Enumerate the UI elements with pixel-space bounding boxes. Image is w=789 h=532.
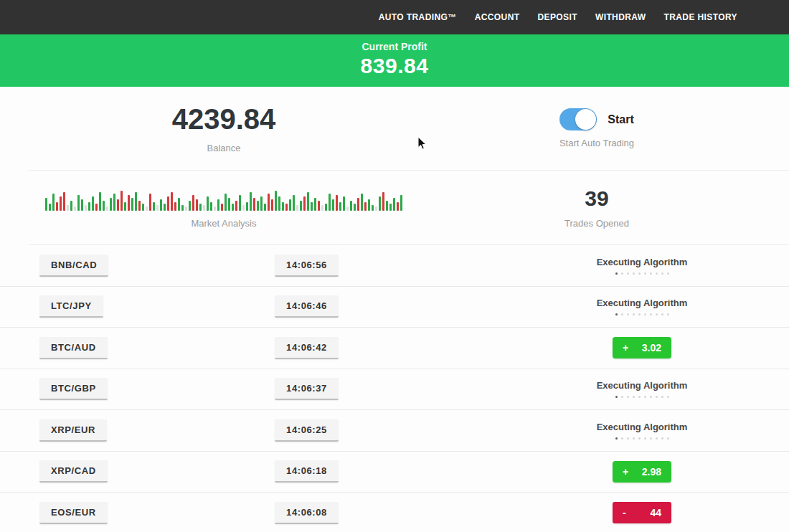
pair-badge: BNB/CAD <box>39 255 108 277</box>
market-bar <box>196 199 198 211</box>
pair-cell: EOS/EUR <box>0 502 244 524</box>
pair-cell: XRP/CAD <box>0 460 244 483</box>
market-bar <box>375 206 377 211</box>
market-bar <box>364 202 367 211</box>
market-analysis-label: Market Analysis <box>191 218 256 229</box>
executing-algorithm-label: Executing Algorithm <box>597 422 688 432</box>
progress-dots-icon <box>615 272 669 275</box>
market-bar <box>52 194 55 211</box>
summary-section: 4239.84 Balance Start Start Auto Trading… <box>0 87 789 245</box>
market-bar <box>382 192 384 211</box>
market-bar <box>103 201 105 211</box>
progress-dots-icon <box>615 313 669 315</box>
market-bar <box>246 202 248 211</box>
market-bar <box>153 202 155 211</box>
market-bar <box>221 204 223 211</box>
pair-cell: LTC/JPY <box>0 295 244 318</box>
amount-value: 3.02 <box>642 342 661 353</box>
market-analysis-chart <box>45 186 402 211</box>
market-bar <box>357 198 359 211</box>
market-bar <box>397 202 399 211</box>
time-badge: 14:06:08 <box>275 502 339 524</box>
market-bar <box>343 196 345 211</box>
market-bar <box>95 204 98 211</box>
market-bar <box>56 202 58 211</box>
market-bar <box>60 196 62 211</box>
trades-opened-value: 39 <box>585 186 608 211</box>
nav-item-auto-trading[interactable]: AUTO TRADING™ <box>379 12 457 22</box>
market-bar <box>268 194 270 211</box>
market-bar <box>135 192 137 211</box>
market-bar <box>346 206 349 211</box>
table-row: BNB/CAD14:06:56Executing Algorithm <box>0 245 789 287</box>
market-bar <box>303 196 306 211</box>
market-bar <box>257 201 259 211</box>
market-bar <box>85 205 87 211</box>
status-cell: -44 <box>495 502 789 523</box>
time-cell: 14:06:46 <box>244 295 369 318</box>
table-row: XRP/CAD14:06:18+2.98 <box>0 452 789 493</box>
time-badge: 14:06:25 <box>275 419 339 442</box>
auto-trading-toggle[interactable] <box>559 108 597 130</box>
market-bar <box>167 196 169 211</box>
market-bar <box>99 192 101 211</box>
market-bar <box>225 194 227 211</box>
market-bar <box>214 206 216 211</box>
market-bar <box>92 196 94 211</box>
pair-badge: XRP/CAD <box>39 460 108 483</box>
market-bar <box>235 201 237 211</box>
progress-dots-icon <box>615 396 669 398</box>
market-bar <box>178 198 180 211</box>
nav-item-deposit[interactable]: DEPOSIT <box>537 12 577 22</box>
executing-algorithm-label: Executing Algorithm <box>597 257 688 267</box>
market-bar <box>88 202 90 211</box>
market-bar <box>339 202 341 211</box>
market-bar <box>192 195 194 211</box>
market-bar <box>156 205 159 211</box>
market-bar <box>300 201 302 211</box>
pair-badge: EOS/EUR <box>39 502 108 524</box>
market-bar <box>314 198 316 211</box>
market-bar <box>242 205 245 211</box>
nav-item-account[interactable]: ACCOUNT <box>475 12 520 22</box>
time-cell: 14:06:42 <box>244 337 369 359</box>
nav-item-withdraw[interactable]: WITHDRAW <box>595 12 646 22</box>
market-bar <box>185 206 187 211</box>
market-bar <box>189 201 191 211</box>
amount-sign: + <box>623 342 628 353</box>
time-badge: 14:06:37 <box>275 378 339 400</box>
market-bar <box>296 205 298 211</box>
market-bar <box>164 204 166 211</box>
market-bar <box>217 199 219 211</box>
market-bar <box>325 204 327 211</box>
market-bar <box>253 198 255 211</box>
pair-badge: BTC/GBP <box>39 378 108 400</box>
pair-badge: BTC/AUD <box>39 337 108 359</box>
amount-value: 44 <box>650 507 661 518</box>
pair-badge: LTC/JPY <box>39 295 103 318</box>
time-cell: 14:06:08 <box>244 502 369 524</box>
market-bar <box>138 201 141 211</box>
market-bar <box>307 192 309 211</box>
status-cell: Executing Algorithm <box>495 257 789 275</box>
market-bar <box>63 192 65 211</box>
market-bar <box>332 199 334 211</box>
trades-list: BNB/CAD14:06:56Executing AlgorithmLTC/JP… <box>0 245 789 532</box>
market-bar <box>49 204 51 211</box>
profit-badge: +3.02 <box>613 337 671 358</box>
market-bar <box>77 195 80 211</box>
market-bar <box>282 202 284 211</box>
nav-item-trade-history[interactable]: TRADE HISTORY <box>663 12 737 22</box>
table-row: EOS/EUR14:06:08-44 <box>0 493 789 532</box>
market-bar <box>121 191 123 211</box>
balance-label: Balance <box>207 143 241 153</box>
market-bar <box>181 205 184 211</box>
market-bar <box>131 198 133 211</box>
market-bar <box>146 206 148 211</box>
market-bar <box>160 199 162 211</box>
market-bar <box>311 202 313 211</box>
status-cell: Executing Algorithm <box>495 422 789 440</box>
market-bar <box>318 201 320 211</box>
market-bar <box>379 196 381 211</box>
market-bar <box>285 204 288 211</box>
